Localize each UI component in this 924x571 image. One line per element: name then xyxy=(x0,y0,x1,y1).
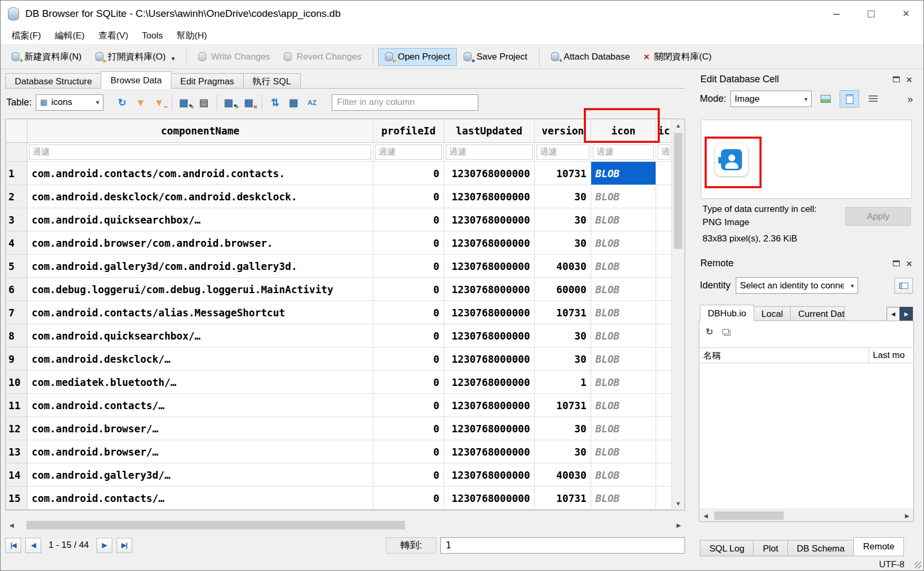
tab-execute-sql[interactable]: 執行 SQL xyxy=(243,73,301,89)
cell-lastUpdated[interactable]: 1230768000000 xyxy=(444,208,535,231)
cell-version[interactable]: 60000 xyxy=(535,278,591,301)
row-number[interactable]: 15 xyxy=(6,487,27,510)
tab-db-schema[interactable]: DB Schema xyxy=(787,540,854,556)
attach-database-button[interactable]: +Attach Database xyxy=(544,48,637,66)
cell-version[interactable]: 40030 xyxy=(535,255,591,278)
cell-version[interactable]: 10731 xyxy=(535,162,591,185)
row-number[interactable]: 5 xyxy=(6,255,27,278)
cell-lastUpdated[interactable]: 1230768000000 xyxy=(444,162,535,185)
tab-plot[interactable]: Plot xyxy=(753,540,787,556)
filter-input-componentName[interactable]: 過濾 xyxy=(29,144,371,160)
cell-version[interactable]: 10731 xyxy=(535,394,591,417)
menu-item-edit[interactable]: 編輯(E) xyxy=(48,27,92,44)
row-number[interactable]: 6 xyxy=(6,278,27,301)
scroll-right-icon[interactable]: ▶ xyxy=(672,519,685,531)
print-button[interactable]: ▤ xyxy=(195,93,213,111)
cell-icon[interactable]: BLOB xyxy=(591,231,656,255)
cell-ic[interactable] xyxy=(656,185,672,208)
clone-database-icon[interactable] xyxy=(723,329,729,334)
scroll-left-icon[interactable]: ◀ xyxy=(5,519,18,531)
menu-item-view[interactable]: 查看(V) xyxy=(91,27,135,44)
refresh-button[interactable]: ↻ xyxy=(113,93,131,111)
cell-profileId[interactable]: 0 xyxy=(373,185,444,208)
cell-profileId[interactable]: 0 xyxy=(373,301,444,324)
scroll-up-icon[interactable]: ▲ xyxy=(672,119,685,132)
cell-lastUpdated[interactable]: 1230768000000 xyxy=(444,394,535,417)
cell-icon[interactable]: BLOB xyxy=(591,301,656,324)
cell-profileId[interactable]: 0 xyxy=(373,371,444,394)
cell-profileId[interactable]: 0 xyxy=(373,347,444,371)
column-header-icon[interactable]: icon xyxy=(591,119,656,143)
manage-identities-button[interactable] xyxy=(894,278,913,294)
cell-icon[interactable]: BLOB xyxy=(591,463,656,487)
cell-ic[interactable] xyxy=(656,371,672,394)
last-page-button[interactable]: ▶| xyxy=(117,538,132,553)
vertical-scrollbar[interactable]: ▲▼ xyxy=(671,119,685,510)
new-database-button[interactable]: +新建資料庫(N) xyxy=(5,47,89,66)
cell-ic[interactable] xyxy=(656,162,672,185)
scroll-down-icon[interactable]: ▼ xyxy=(672,497,685,510)
close-database-button[interactable]: ×關閉資料庫(C) xyxy=(637,47,719,66)
remote-tab-current-database[interactable]: Current Dat xyxy=(790,306,845,321)
cell-ic[interactable] xyxy=(656,347,672,371)
filter-input-version[interactable]: 過濾 xyxy=(536,144,589,160)
delete-record-button[interactable]: ▦× xyxy=(239,93,258,111)
first-page-button[interactable]: |◀ xyxy=(5,538,21,553)
goto-input[interactable] xyxy=(440,537,685,554)
row-number[interactable]: 9 xyxy=(6,347,27,371)
cell-profileId[interactable]: 0 xyxy=(373,394,444,417)
remote-horizontal-scrollbar[interactable]: ◀ ▶ xyxy=(699,509,913,521)
filter-button[interactable]: ▼ xyxy=(131,93,150,111)
prev-page-button[interactable]: ◀ xyxy=(25,538,41,553)
cell-componentName[interactable]: com.android.gallery3d/… xyxy=(27,463,373,487)
row-number[interactable]: 14 xyxy=(6,463,27,487)
cell-lastUpdated[interactable]: 1230768000000 xyxy=(444,440,535,463)
filter-any-column-input[interactable] xyxy=(332,94,478,111)
row-number[interactable]: 8 xyxy=(6,324,27,347)
cell-lastUpdated[interactable]: 1230768000000 xyxy=(444,324,535,347)
cell-version[interactable]: 30 xyxy=(535,208,591,231)
cell-profileId[interactable]: 0 xyxy=(373,324,444,347)
cell-profileId[interactable]: 0 xyxy=(373,487,444,510)
cell-componentName[interactable]: com.mediatek.bluetooth/… xyxy=(27,371,373,394)
row-number[interactable]: 12 xyxy=(6,417,27,440)
minimize-button[interactable]: – xyxy=(819,1,854,27)
cell-componentName[interactable]: com.android.quicksearchbox/… xyxy=(27,324,373,347)
cell-componentName[interactable]: com.android.browser/… xyxy=(27,417,373,440)
cell-ic[interactable] xyxy=(656,324,672,347)
cell-lastUpdated[interactable]: 1230768000000 xyxy=(444,185,535,208)
close-dock-icon[interactable]: × xyxy=(906,74,912,85)
column-header-lastUpdated[interactable]: lastUpdated xyxy=(444,119,535,143)
column-header-componentName[interactable]: componentName xyxy=(27,119,373,143)
cell-icon[interactable]: BLOB xyxy=(591,278,656,301)
cell-version[interactable]: 30 xyxy=(535,185,591,208)
insert-record-button[interactable]: ▦+▾ xyxy=(221,93,239,111)
remote-column-name[interactable]: 名稱 xyxy=(699,348,869,363)
cell-profileId[interactable]: 0 xyxy=(373,463,444,487)
cell-version[interactable]: 30 xyxy=(535,347,591,371)
cell-lastUpdated[interactable]: 1230768000000 xyxy=(444,278,535,301)
row-number[interactable]: 4 xyxy=(6,231,27,255)
chevron-down-icon[interactable]: ▾ xyxy=(171,55,175,63)
column-header-profileId[interactable]: profileId xyxy=(373,119,444,143)
open-database-button[interactable]: ▸打開資料庫(O)▾ xyxy=(89,47,182,66)
cell-icon[interactable]: BLOB xyxy=(591,440,656,463)
row-number[interactable]: 7 xyxy=(6,301,27,324)
cell-componentName[interactable]: com.android.quicksearchbox/… xyxy=(27,208,373,231)
cell-componentName[interactable]: com.debug.loggerui/com.debug.loggerui.Ma… xyxy=(27,278,373,301)
new-record-button[interactable]: ▦+▾ xyxy=(176,93,195,111)
mode-select[interactable]: Image ▾ xyxy=(730,91,812,107)
cell-icon[interactable]: BLOB xyxy=(591,487,656,510)
cell-ic[interactable] xyxy=(656,463,672,487)
maximize-button[interactable]: □ xyxy=(854,1,889,27)
row-number[interactable]: 10 xyxy=(6,371,27,394)
apply-button[interactable]: Apply xyxy=(845,207,911,226)
column-header-version[interactable]: version xyxy=(535,119,591,143)
cell-icon[interactable]: BLOB xyxy=(591,417,656,440)
cell-lastUpdated[interactable]: 1230768000000 xyxy=(444,487,535,510)
cell-ic[interactable] xyxy=(656,301,672,324)
cell-ic[interactable] xyxy=(656,278,672,301)
cell-ic[interactable] xyxy=(656,487,672,510)
cell-icon[interactable]: BLOB xyxy=(591,347,656,371)
cell-profileId[interactable]: 0 xyxy=(373,440,444,463)
